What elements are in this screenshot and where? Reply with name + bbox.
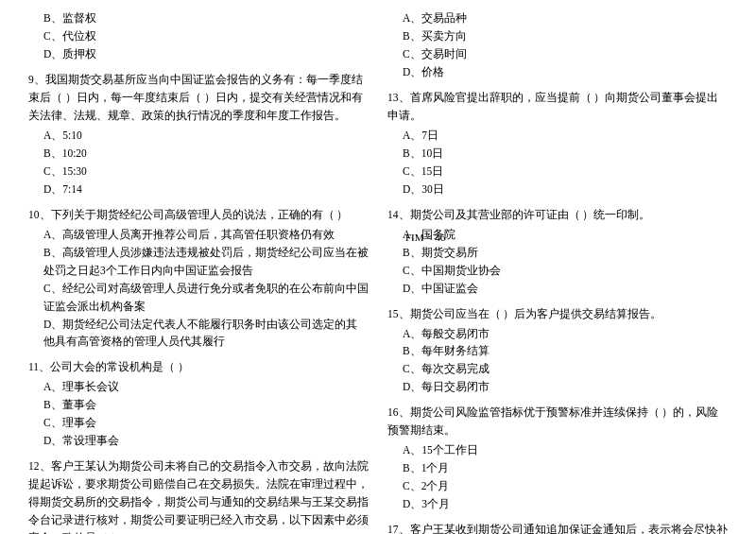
q16-option-b: B、1个月	[387, 459, 728, 477]
question-9-text: 9、我国期货交易基所应当向中国证监会报告的义务有：每一季度结束后（ ）日内，每一…	[28, 71, 369, 125]
option-b-supervision: B、监督权	[28, 9, 369, 27]
option-d-pledge: D、质押权	[28, 45, 369, 63]
option-c-subrogation: C、代位权	[28, 27, 369, 45]
question-15-text: 15、期货公司应当在（ ）后为客户提供交易结算报告。	[387, 305, 728, 323]
q12-options: A、交易品种 B、买卖方向 C、交易时间 D、价格	[387, 9, 728, 81]
q13-option-c: C、15日	[387, 163, 728, 181]
question-11-text: 11、公司大会的常设机构是（ ）	[28, 358, 369, 376]
q10-option-a: A、高级管理人员离开推荐公司后，其高管任职资格仍有效	[28, 226, 369, 244]
q16-option-d: D、3个月	[387, 495, 728, 513]
q9-option-c: C、15:30	[28, 163, 369, 181]
q12-option-c: C、交易时间	[387, 45, 728, 63]
q9-option-b: B、10:20	[28, 145, 369, 163]
q15-option-b: B、每年财务结算	[387, 342, 728, 360]
question-10: 10、下列关于期货经纪公司高级管理人员的说法，正确的有（ ） A、高级管理人员离…	[28, 206, 369, 352]
question-16: 16、期货公司风险监管指标优于预警标准并连续保持（ ）的，风险预警期结束。 A、…	[387, 404, 728, 513]
question-11: 11、公司大会的常设机构是（ ） A、理事长会议 B、董事会 C、理事会 D、常…	[28, 358, 369, 450]
q11-option-d: D、常设理事会	[28, 432, 369, 450]
question-13: 13、首席风险官提出辞职的，应当提前（ ）向期货公司董事会提出申请。 A、7日 …	[387, 89, 728, 198]
q15-option-d: D、每日交易闭市	[387, 378, 728, 396]
question-17: 17、客户王某收到期货公司通知追加保证金通知后，表示将会尽快补足保证金。第二天，…	[387, 521, 728, 534]
question-10-text: 10、下列关于期货经纪公司高级管理人员的说法，正确的有（ ）	[28, 206, 369, 224]
question-16-text: 16、期货公司风险监管指标优于预警标准并连续保持（ ）的，风险预警期结束。	[387, 404, 728, 439]
page-content: B、监督权 C、代位权 D、质押权 9、我国期货交易基所应当向中国证监会报告的义…	[28, 9, 728, 534]
question-13-text: 13、首席风险官提出辞职的，应当提前（ ）向期货公司董事会提出申请。	[387, 89, 728, 125]
question-17-text: 17、客户王某收到期货公司通知追加保证金通知后，表示将会尽快补足保证金。第二天，…	[387, 521, 728, 534]
q11-option-b: B、董事会	[28, 396, 369, 414]
q13-option-d: D、30日	[387, 181, 728, 198]
q14-option-c: C、中国期货业协会	[387, 262, 728, 280]
q9-option-d: D、7:14	[28, 181, 369, 198]
q13-option-b: B、10日	[387, 145, 728, 163]
q12-option-d: D、价格	[387, 63, 728, 81]
fim-label: FIM < 46	[405, 230, 445, 247]
q11-option-a: A、理事长会议	[28, 378, 369, 396]
left-column: B、监督权 C、代位权 D、质押权 9、我国期货交易基所应当向中国证监会报告的义…	[28, 9, 369, 534]
question-14-text: 14、期货公司及其营业部的许可证由（ ）统一印制。	[387, 206, 728, 224]
question-12: 12、客户王某认为期货公司未将自己的交易指令入市交易，故向法院提起诉讼，要求期货…	[28, 457, 369, 534]
q11-option-c: C、理事会	[28, 414, 369, 432]
prev-question-options: B、监督权 C、代位权 D、质押权	[28, 9, 369, 63]
q10-option-b: B、高级管理人员涉嫌违法违规被处罚后，期货经纪公司应当在被处罚之日起3个工作日内…	[28, 244, 369, 280]
question-15: 15、期货公司应当在（ ）后为客户提供交易结算报告。 A、每般交易闭市 B、每年…	[387, 305, 728, 397]
question-9: 9、我国期货交易基所应当向中国证监会报告的义务有：每一季度结束后（ ）日内，每一…	[28, 71, 369, 198]
q10-option-d: D、期货经纪公司法定代表人不能履行职务时由该公司选定的其他具有高管资格的管理人员…	[28, 316, 369, 352]
q10-option-c: C、经纪公司对高级管理人员进行免分或者免职的在公布前向中国证监会派出机构备案	[28, 280, 369, 316]
q16-option-a: A、15个工作日	[387, 441, 728, 459]
q12-option-b: B、买卖方向	[387, 27, 728, 45]
question-14: 14、期货公司及其营业部的许可证由（ ）统一印制。 A、国务院 B、期货交易所 …	[387, 206, 728, 298]
q12-option-a: A、交易品种	[387, 9, 728, 27]
q16-option-c: C、2个月	[387, 477, 728, 495]
q13-option-a: A、7日	[387, 127, 728, 145]
q14-option-d: D、中国证监会	[387, 280, 728, 298]
q15-option-a: A、每般交易闭市	[387, 325, 728, 343]
right-column: A、交易品种 B、买卖方向 C、交易时间 D、价格 13、首席风险官提出辞职的，…	[387, 9, 728, 534]
q9-option-a: A、5:10	[28, 127, 369, 145]
question-12-text: 12、客户王某认为期货公司未将自己的交易指令入市交易，故向法院提起诉讼，要求期货…	[28, 457, 369, 534]
q15-option-c: C、每次交易完成	[387, 360, 728, 378]
